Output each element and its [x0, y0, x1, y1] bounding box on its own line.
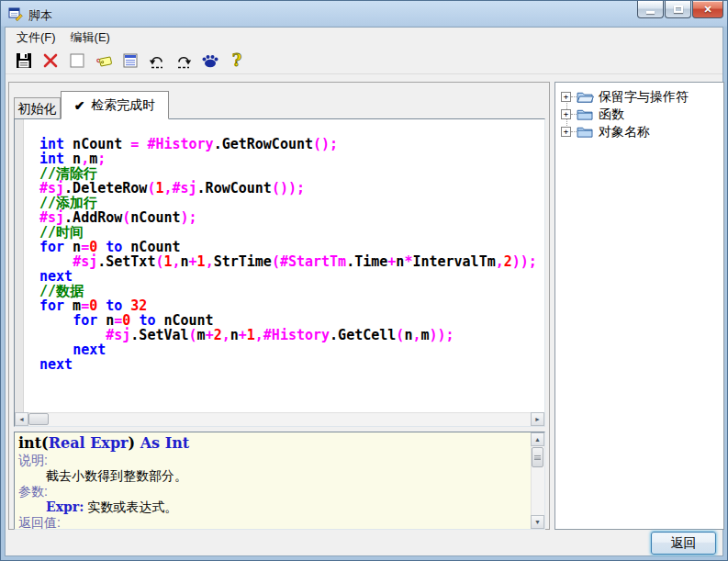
- help-vscrollbar[interactable]: ▲ ▼: [531, 432, 544, 529]
- toolbar: ?: [6, 47, 722, 74]
- red-x-icon: [41, 51, 60, 70]
- tree-item-objects[interactable]: + 对象名称: [561, 123, 650, 140]
- code-editor[interactable]: int nCount = #History.GetRowCount();int …: [14, 118, 545, 427]
- reference-tree[interactable]: + 保留字与操作符 + 函数 +: [554, 82, 724, 530]
- redo-arrow-icon: [174, 51, 193, 70]
- paw-button[interactable]: [196, 49, 223, 73]
- minimize-icon: [646, 11, 655, 14]
- expand-plus-icon[interactable]: +: [561, 127, 571, 137]
- save-button[interactable]: [10, 49, 37, 73]
- table-icon: [121, 51, 140, 70]
- expand-plus-icon[interactable]: +: [561, 109, 571, 119]
- blank-window-icon: [68, 51, 86, 70]
- tree-item-keywords[interactable]: + 保留字与操作符: [561, 88, 689, 106]
- help-content: int(Real Expr) As Int 说明:截去小数得到整数部分。参数:E…: [15, 432, 531, 529]
- tag-icon: [95, 51, 113, 70]
- help-box: int(Real Expr) As Int 说明:截去小数得到整数部分。参数:E…: [14, 432, 545, 530]
- script-panel: 初始化 ✔ 检索完成时 int nCount = #History.GetRow…: [8, 82, 550, 530]
- tab-search-complete[interactable]: ✔ 检索完成时: [61, 91, 169, 119]
- tab-initialize[interactable]: 初始化: [14, 97, 61, 119]
- close-button[interactable]: ✕: [692, 1, 723, 18]
- maximize-button[interactable]: [665, 1, 691, 18]
- tag-button[interactable]: [90, 49, 117, 73]
- help-button[interactable]: ?: [223, 49, 250, 73]
- closed-folder-icon: [577, 107, 594, 121]
- window-title: 脚本: [28, 7, 52, 24]
- vscroll-thumb[interactable]: [532, 447, 543, 467]
- menu-edit[interactable]: 编辑(E): [63, 28, 118, 48]
- scroll-right-button[interactable]: ►: [531, 412, 544, 426]
- tree-item-label: 对象名称: [599, 124, 650, 140]
- svg-text:?: ?: [231, 51, 241, 70]
- scroll-up-button[interactable]: ▲: [531, 432, 544, 446]
- minimize-button[interactable]: [637, 1, 664, 18]
- menu-file[interactable]: 文件(F): [9, 28, 63, 48]
- new-button[interactable]: [63, 49, 90, 73]
- tree-item-label: 函数: [599, 107, 624, 123]
- floppy-disk-icon: [15, 51, 33, 70]
- check-icon: ✔: [74, 98, 85, 113]
- question-mark-icon: ?: [228, 51, 246, 70]
- help-signature: int(Real Expr) As Int: [18, 434, 527, 453]
- client-area: 文件(F) 编辑(E): [5, 27, 723, 556]
- return-button-label: 返回: [671, 535, 697, 552]
- titlebar[interactable]: 脚本 ✕: [1, 1, 727, 27]
- menubar: 文件(F) 编辑(E): [6, 28, 722, 47]
- app-icon: [8, 6, 23, 21]
- tree-item-label: 保留字与操作符: [599, 89, 689, 106]
- undo-button[interactable]: [143, 49, 170, 73]
- tab-search-complete-label: 检索完成时: [91, 97, 155, 114]
- expand-plus-icon[interactable]: +: [561, 92, 571, 102]
- open-folder-icon: [577, 90, 594, 104]
- scroll-left-button[interactable]: ◄: [15, 412, 28, 426]
- table-button[interactable]: [117, 49, 143, 73]
- tree-item-functions[interactable]: + 函数: [561, 106, 624, 123]
- thumb-grip-icon: [534, 455, 541, 460]
- help-rows: 说明:截去小数得到整数部分。参数:Expr: 实数或表达式。返回值:: [18, 453, 527, 530]
- scroll-down-button[interactable]: ▼: [531, 515, 544, 529]
- editor-hscrollbar[interactable]: ◄ ►: [15, 412, 544, 426]
- paw-print-icon: [201, 51, 219, 70]
- delete-button[interactable]: [37, 49, 63, 73]
- editor-margin: [15, 119, 24, 412]
- tab-initialize-label: 初始化: [18, 101, 57, 118]
- redo-button[interactable]: [170, 49, 196, 73]
- closed-folder-icon: [577, 125, 594, 139]
- code-lines: int nCount = #History.GetRowCount();int …: [25, 119, 544, 412]
- undo-arrow-icon: [148, 51, 166, 70]
- return-button[interactable]: 返回: [651, 532, 716, 555]
- script-window: 脚本 ✕ 文件(F) 编辑(E): [0, 0, 728, 561]
- hscroll-thumb[interactable]: [28, 413, 49, 425]
- maximize-icon: [674, 6, 683, 13]
- close-icon: ✕: [703, 4, 711, 16]
